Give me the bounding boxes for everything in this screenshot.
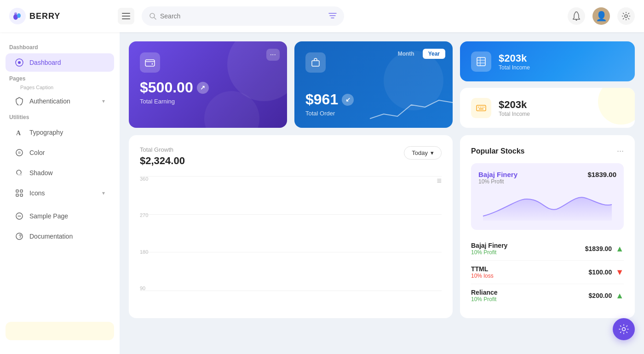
svg-text:?: ? (19, 234, 22, 239)
earning-icon-box (140, 52, 160, 73)
svg-rect-40 (483, 107, 484, 108)
svg-rect-36 (477, 105, 486, 111)
color-icon (15, 148, 24, 157)
growth-texts: Total Growth $2,324.00 (140, 146, 185, 167)
search-input[interactable] (160, 12, 325, 20)
avatar[interactable]: 👤 (592, 7, 610, 25)
hamburger-button[interactable] (118, 8, 134, 24)
sidebar-item-authentication[interactable]: Authentication ▾ (6, 92, 114, 110)
sidebar-item-sample[interactable]: Sample Page (6, 207, 114, 225)
year-toggle-button[interactable]: Year (423, 49, 445, 59)
svg-text:A: A (16, 130, 21, 137)
sidebar-item-documentation[interactable]: ? Documentation (6, 227, 114, 246)
growth-header: Total Growth $2,324.00 Today ▾ (140, 146, 442, 167)
bell-icon (572, 11, 581, 21)
total-earning-card: ··· $500.00 ↗ Total Earning (129, 41, 287, 128)
svg-rect-6 (122, 18, 130, 19)
wallet-icon (145, 57, 155, 68)
filter-button[interactable] (328, 12, 337, 21)
svg-rect-39 (482, 107, 483, 108)
income-cards-column: $203k Total Income (460, 41, 635, 128)
svg-rect-38 (480, 107, 481, 108)
growth-controls: Today ▾ (404, 146, 442, 160)
hamburger-icon (122, 13, 130, 19)
filter-icon (328, 12, 337, 19)
stock-info: Reliance 10% Profit (471, 289, 498, 303)
notification-button[interactable] (568, 7, 585, 25)
growth-label: Total Growth (140, 146, 185, 153)
growth-chart-card: Total Growth $2,324.00 Today ▾ ≡ (129, 135, 453, 318)
stocks-title: Popular Stocks (471, 147, 524, 155)
icons-chevron-icon: ▾ (102, 190, 105, 196)
order-mini-chart (370, 91, 453, 128)
earning-trend-icon: ↗ (197, 82, 209, 94)
top-cards-row: ··· $500.00 ↗ Total Earning Month Yea (129, 41, 635, 128)
docs-icon: ? (15, 232, 24, 241)
income-top-label: Total Income (499, 64, 624, 71)
sample-page-label: Sample Page (29, 212, 68, 220)
sidebar: Dashboard Dashboard Pages Pages Caption … (0, 32, 120, 354)
bajaj-left: Bajaj Finery 10% Profit (478, 171, 518, 185)
bajaj-top: Bajaj Finery 10% Profit $1839.00 (478, 171, 616, 185)
stock-rows-list: Bajaj Finery 10% Profit $1839.00 ▲ TTML … (471, 237, 624, 307)
sidebar-item-typography[interactable]: A Typography (6, 123, 114, 142)
list-item: Bajaj Finery 10% Profit $1839.00 ▲ (471, 237, 624, 261)
today-button[interactable]: Today ▾ (404, 146, 442, 160)
stock-info: TTML 10% loss (471, 265, 494, 279)
svg-rect-21 (16, 190, 18, 192)
sidebar-item-color[interactable]: Color (6, 143, 114, 162)
trend-down-icon: ▼ (615, 268, 624, 277)
bajaj-profit: 10% Profit (478, 178, 518, 185)
svg-rect-41 (479, 108, 483, 109)
stock-right: $100.00 ▼ (589, 268, 624, 277)
stock-right: $1839.00 ▲ (585, 244, 624, 254)
order-icon-box (305, 52, 326, 73)
svg-rect-37 (478, 107, 479, 108)
svg-point-18 (18, 151, 21, 154)
app-header: BERRY 👤 (0, 0, 644, 32)
sidebar-item-shadow[interactable]: Shadow (6, 164, 114, 182)
svg-rect-32 (477, 57, 485, 66)
pages-section-label: Pages (0, 73, 120, 84)
chevron-down-icon: ▾ (102, 98, 105, 104)
bajaj-price: $1839.00 (587, 171, 616, 178)
sidebar-bottom (0, 317, 120, 345)
svg-rect-31 (312, 61, 319, 66)
header-right: 👤 (568, 7, 635, 25)
stock-info: Bajaj Finery 10% Profit (471, 242, 507, 256)
svg-point-15 (18, 61, 21, 64)
popular-stocks-card: Popular Stocks ··· Bajaj Finery 10% Prof… (460, 135, 635, 318)
fab-settings-icon (619, 324, 629, 334)
shadow-icon (15, 168, 24, 177)
svg-point-12 (576, 19, 577, 21)
income-bottom-card: $203k Total Income (460, 88, 635, 128)
svg-point-2 (17, 13, 21, 18)
month-toggle-button[interactable]: Month (392, 49, 420, 59)
income-top-texts: $203k Total Income (499, 52, 624, 71)
income-bottom-label: Total Income (499, 111, 530, 117)
trend-up-icon: ▲ (615, 244, 624, 254)
header-settings-button[interactable] (617, 7, 635, 25)
search-icon (149, 12, 156, 20)
list-item: Reliance 10% Profit $200.00 ▲ (471, 284, 624, 307)
search-bar (142, 6, 344, 26)
svg-point-42 (622, 328, 626, 331)
berry-logo-icon (9, 8, 26, 24)
stocks-more-button[interactable]: ··· (617, 146, 624, 156)
sidebar-item-dashboard[interactable]: Dashboard (6, 53, 114, 72)
fab-settings-button[interactable] (613, 318, 635, 340)
income-top-amount: $203k (499, 52, 624, 64)
auth-icon (15, 97, 24, 106)
sidebar-item-icons[interactable]: Icons ▾ (6, 184, 114, 202)
svg-point-3 (14, 12, 17, 15)
order-trend-icon: ↙ (342, 94, 354, 106)
svg-line-8 (154, 17, 156, 19)
income-bottom-amount: $203k (499, 99, 530, 111)
typography-icon: A (15, 128, 24, 137)
total-order-card: Month Year $961 ↙ Total Order (294, 41, 453, 128)
main-layout: Dashboard Dashboard Pages Pages Caption … (0, 32, 644, 354)
sidebar-promo-card (6, 322, 114, 340)
bajaj-name: Bajaj Finery (478, 171, 518, 178)
earning-more-button[interactable]: ··· (266, 49, 280, 61)
sample-icon (15, 211, 24, 221)
